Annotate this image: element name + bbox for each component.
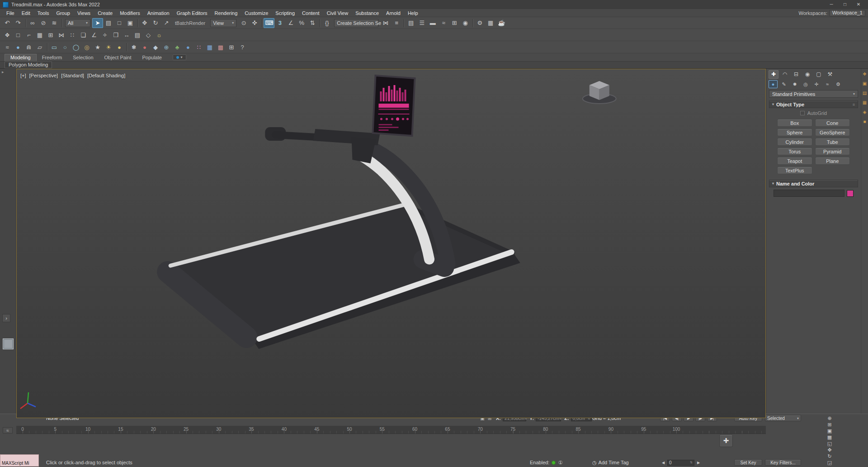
track-bar-ruler[interactable]: 0510152025303540455055606570758085909510… <box>16 426 766 434</box>
rectangular-selection-icon[interactable]: □ <box>114 18 125 28</box>
mirror-tool-icon[interactable]: ⋈ <box>56 30 67 40</box>
snapshot-tool-icon[interactable]: ❏ <box>78 30 89 40</box>
viewport-tabs-handle-icon[interactable]: ▸ <box>2 70 4 74</box>
current-frame-field[interactable]: 0 ⇅ <box>667 460 694 466</box>
hierarchy-tab-icon[interactable]: ⊟ <box>791 70 801 79</box>
zoom-region-icon[interactable]: ◱ <box>825 440 835 447</box>
curve-editor-icon[interactable]: ≈ <box>438 18 449 28</box>
object-type-button[interactable]: TextPlus <box>777 167 812 174</box>
select-and-move-icon[interactable]: ✥ <box>139 18 150 28</box>
set-keys-button[interactable]: ✚ <box>719 434 733 447</box>
zoom-extents-icon[interactable]: ▣ <box>825 428 835 434</box>
next-key-button[interactable]: ▶ <box>695 460 702 466</box>
menu-item[interactable]: Civil View <box>323 10 352 16</box>
schematic-view-icon[interactable]: ⊞ <box>449 18 460 28</box>
blue-sphere-icon[interactable]: ● <box>183 42 193 52</box>
viewport-label-segment[interactable]: [Perspective] <box>29 73 58 78</box>
spinner-icon[interactable]: ⇅ <box>690 461 693 464</box>
material-editor-icon[interactable]: ◉ <box>460 18 471 28</box>
snaps-toggle-icon[interactable]: 3 <box>274 18 285 28</box>
display-tab-icon[interactable]: ▢ <box>814 70 824 79</box>
ribbon-config-dropdown[interactable]: ▾ <box>173 54 186 60</box>
sun-light-icon[interactable]: ☀ <box>103 42 114 52</box>
viewport-layout-expand-button[interactable]: › <box>2 314 10 322</box>
menu-item[interactable]: Group <box>52 10 74 16</box>
notification-badge-icon[interactable]: ① <box>558 460 562 466</box>
ellipse-shape-icon[interactable]: ◯ <box>71 42 81 52</box>
viewport-layout-thumbnail[interactable] <box>3 338 14 349</box>
lights-category-icon[interactable]: ✹ <box>790 80 799 88</box>
menu-item[interactable]: Content <box>298 10 323 16</box>
physics-sphere-icon[interactable]: ● <box>13 42 24 52</box>
keyboard-override-icon[interactable]: ⌨ <box>264 18 274 28</box>
scene-explorer-icon[interactable]: ▤ <box>406 18 416 28</box>
rectangle-shape-icon[interactable]: ▭ <box>49 42 60 52</box>
angle-snap-icon[interactable]: ∠ <box>285 18 296 28</box>
clone-align-icon[interactable]: ❒ <box>110 30 121 40</box>
polygon-modeling-panel[interactable]: Polygon Modeling <box>5 62 52 68</box>
object-color-swatch[interactable] <box>847 190 854 197</box>
tab-populate[interactable]: Populate <box>137 54 167 61</box>
menu-item[interactable]: Animation <box>144 10 173 16</box>
autogrid-checkbox[interactable] <box>800 111 805 115</box>
select-object-icon[interactable]: ➤ <box>92 18 103 28</box>
composite-icon[interactable]: ▩ <box>215 42 226 52</box>
viewport-label-segment[interactable]: [+] <box>20 73 26 78</box>
set-key-button[interactable]: Set Key <box>734 459 762 466</box>
menu-item[interactable]: Create <box>94 10 116 16</box>
cameras-category-icon[interactable]: ◎ <box>801 80 810 88</box>
scene-container-icon[interactable]: ❖ <box>2 30 13 40</box>
key-filters-button[interactable]: Key Filters... <box>765 459 801 466</box>
right-dock-icon-3[interactable]: ▤ <box>863 91 867 95</box>
reference-coordinate-dropdown[interactable]: View ▾ <box>210 19 236 27</box>
align-icon[interactable]: ≡ <box>391 18 402 28</box>
diamond-gem-icon[interactable]: ◆ <box>150 42 161 52</box>
batch-render-button[interactable]: tBatchRender <box>172 20 208 26</box>
unlink-selection-icon[interactable]: ⊘ <box>38 18 49 28</box>
container-helper-icon[interactable]: ◇ <box>143 30 154 40</box>
place-highlight-icon[interactable]: ✧ <box>99 30 110 40</box>
selection-filter-dropdown[interactable]: All ▾ <box>65 19 90 27</box>
menu-item[interactable]: Modifiers <box>116 10 144 16</box>
grid-helper-icon[interactable]: ▦ <box>34 30 45 40</box>
object-type-button[interactable]: Plane <box>815 157 850 165</box>
menu-item[interactable]: Help <box>404 10 422 16</box>
array-tool-icon[interactable]: ⊞ <box>45 30 56 40</box>
right-dock-icon-1[interactable]: ❖ <box>863 71 867 76</box>
key-set-dropdown[interactable]: Selected ▾ <box>765 415 801 421</box>
object-type-button[interactable]: Box <box>777 119 812 127</box>
select-and-scale-icon[interactable]: ↗ <box>161 18 172 28</box>
menu-item[interactable]: Substance <box>352 10 382 16</box>
snowflake-icon[interactable]: ❄ <box>128 42 139 52</box>
menu-item[interactable]: Views <box>74 10 94 16</box>
spinner-snap-icon[interactable]: ⇅ <box>307 18 318 28</box>
foliage-icon[interactable]: ♣ <box>172 42 183 52</box>
add-time-tag-button[interactable]: ◷ Add Time Tag <box>592 460 629 466</box>
orbit-icon[interactable]: ↻ <box>825 453 835 459</box>
light-lister-icon[interactable]: ☼ <box>154 30 165 40</box>
shapes-category-icon[interactable]: ✎ <box>779 80 788 88</box>
sphere-primitive-icon[interactable]: ● <box>114 42 125 52</box>
adaptive-degradation-status[interactable]: Enabled: ① <box>530 460 562 466</box>
magnet-tool-icon[interactable]: ⋒ <box>24 42 34 52</box>
object-type-button[interactable]: Torus <box>777 148 812 155</box>
pan-icon[interactable]: ✥ <box>825 447 835 453</box>
window-crossing-icon[interactable]: ▣ <box>125 18 136 28</box>
tab-object-paint[interactable]: Object Paint <box>99 54 137 61</box>
create-tab-icon[interactable]: ✚ <box>769 70 778 79</box>
red-sphere-icon[interactable]: ● <box>139 42 150 52</box>
maximize-button[interactable]: □ <box>838 0 852 9</box>
minimize-button[interactable]: ─ <box>825 0 838 9</box>
named-selection-sets-icon[interactable]: {} <box>321 18 332 28</box>
curve-tool-icon[interactable]: ≈ <box>2 42 13 52</box>
texture-map-icon[interactable]: ▦ <box>204 42 215 52</box>
perspective-viewport[interactable]: [+][Perspective][Standard][Default Shadi… <box>16 69 766 418</box>
maximize-viewport-icon[interactable]: ◲ <box>825 459 835 466</box>
menu-item[interactable]: Graph Editors <box>173 10 211 16</box>
object-type-button[interactable]: Cylinder <box>777 138 812 146</box>
object-type-button[interactable]: Pyramid <box>815 148 850 155</box>
bind-to-space-warp-icon[interactable]: ≋ <box>49 18 60 28</box>
motion-tab-icon[interactable]: ◉ <box>802 70 812 79</box>
tab-freeform[interactable]: Freeform <box>37 54 68 61</box>
object-type-button[interactable]: Tube <box>815 138 850 146</box>
